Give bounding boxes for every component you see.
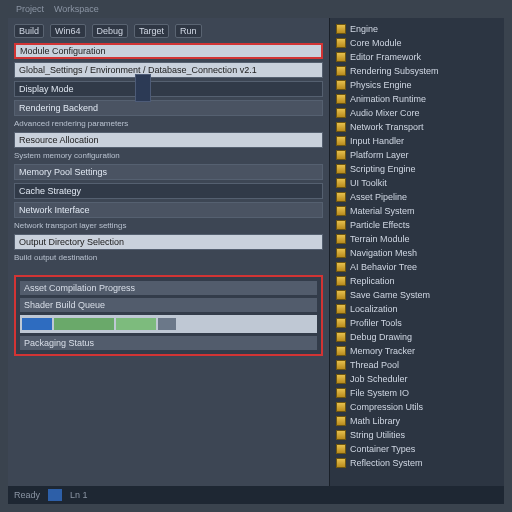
tree-node[interactable]: Platform Layer [332,148,502,161]
tree-node[interactable]: Save Game System [332,288,502,301]
panel-subtitle: Display Mode [14,81,323,97]
tree-node[interactable]: Replication [332,274,502,287]
timeline-seg-4[interactable] [158,318,176,330]
tool-b[interactable]: Win64 [50,24,86,38]
folder-icon [336,220,346,230]
status-mode: Ln 1 [70,490,88,500]
tree-node[interactable]: Engine [332,22,502,35]
folder-icon [336,304,346,314]
tree-node[interactable]: Audio Mixer Core [332,106,502,119]
panel-title-highlighted[interactable]: Module Configuration [14,43,323,59]
status-text: Ready [14,490,40,500]
folder-icon [336,38,346,48]
tree-node[interactable]: Compression Utils [332,400,502,413]
highlighted-section: Asset Compilation Progress Shader Build … [14,275,323,356]
tool-c[interactable]: Debug [92,24,129,38]
tree-label: Reflection System [350,458,423,468]
tree-node[interactable]: UI Toolkit [332,176,502,189]
tree-node[interactable]: Container Types [332,442,502,455]
tree-label: Material System [350,206,415,216]
tree-label: Replication [350,276,395,286]
tree-node[interactable]: File System IO [332,386,502,399]
folder-icon [336,150,346,160]
label-3: Network transport layer settings [14,221,323,231]
tree-node[interactable]: Thread Pool [332,358,502,371]
tree-label: Navigation Mesh [350,248,417,258]
folder-icon [336,318,346,328]
side-widget[interactable] [135,74,151,102]
tree-node[interactable]: Physics Engine [332,78,502,91]
tree-label: File System IO [350,388,409,398]
folder-icon [336,248,346,258]
tree-label: Terrain Module [350,234,410,244]
tree-node[interactable]: Scripting Engine [332,162,502,175]
folder-icon [336,206,346,216]
tree-node[interactable]: Core Module [332,36,502,49]
tree-label: Thread Pool [350,360,399,370]
tree-node[interactable]: AI Behavior Tree [332,260,502,273]
tree-label: Asset Pipeline [350,192,407,202]
folder-icon [336,122,346,132]
tree-node[interactable]: Reflection System [332,456,502,469]
tool-e[interactable]: Run [175,24,202,38]
tree-node[interactable]: Navigation Mesh [332,246,502,259]
tree-node[interactable]: String Utilities [332,428,502,441]
main-editor-pane: Build Win64 Debug Target Run Module Conf… [8,18,329,504]
tree-node[interactable]: Network Transport [332,120,502,133]
tree-node[interactable]: Editor Framework [332,50,502,63]
tree-label: Engine [350,24,378,34]
folder-icon [336,136,346,146]
tree-node[interactable]: Material System [332,204,502,217]
panel-field-6[interactable]: Output Directory Selection [14,234,323,250]
label-2: System memory configuration [14,151,323,161]
folder-icon [336,360,346,370]
folder-icon [336,108,346,118]
tree-node[interactable]: Asset Pipeline [332,190,502,203]
tree-node[interactable]: Particle Effects [332,218,502,231]
panel-field-5[interactable]: Network Interface [14,202,323,218]
panel-input[interactable]: Global_Settings / Environment / Database… [14,62,323,78]
tree-label: Localization [350,304,398,314]
tree-node[interactable]: Rendering Subsystem [332,64,502,77]
folder-icon [336,374,346,384]
panel-field-3[interactable]: Memory Pool Settings [14,164,323,180]
folder-icon [336,262,346,272]
section-row-1[interactable]: Asset Compilation Progress [20,281,317,295]
tree-node[interactable]: Job Scheduler [332,372,502,385]
tree-node[interactable]: Memory Tracker [332,344,502,357]
panel-field-1[interactable]: Rendering Backend [14,100,323,116]
folder-icon [336,276,346,286]
folder-icon [336,346,346,356]
tree-node[interactable]: Math Library [332,414,502,427]
tool-d[interactable]: Target [134,24,169,38]
section-row-3[interactable]: Packaging Status [20,336,317,350]
tree-node[interactable]: Input Handler [332,134,502,147]
tree-label: UI Toolkit [350,178,387,188]
tree-label: Input Handler [350,136,404,146]
tree-node[interactable]: Debug Drawing [332,330,502,343]
tree-label: Audio Mixer Core [350,108,420,118]
tree-node[interactable]: Animation Runtime [332,92,502,105]
status-indicator-icon[interactable] [48,489,62,501]
folder-icon [336,290,346,300]
menu-edit[interactable]: Workspace [54,4,99,16]
tree-node[interactable]: Profiler Tools [332,316,502,329]
label-4: Build output destination [14,253,323,263]
tool-a[interactable]: Build [14,24,44,38]
toolbar: Build Win64 Debug Target Run [14,22,323,40]
timeline-seg-3[interactable] [116,318,156,330]
tree-label: Animation Runtime [350,94,426,104]
tree-node[interactable]: Terrain Module [332,232,502,245]
timeline-seg-1[interactable] [22,318,52,330]
menu-file[interactable]: Project [16,4,44,16]
tree-node[interactable]: Localization [332,302,502,315]
folder-icon [336,388,346,398]
folder-icon [336,94,346,104]
section-row-2[interactable]: Shader Build Queue [20,298,317,312]
file-tree[interactable]: Engine Core Module Editor Framework Rend… [332,22,502,469]
timeline[interactable] [20,315,317,333]
tree-label: Platform Layer [350,150,409,160]
tree-label: Network Transport [350,122,424,132]
panel-field-2[interactable]: Resource Allocation [14,132,323,148]
timeline-seg-2[interactable] [54,318,114,330]
